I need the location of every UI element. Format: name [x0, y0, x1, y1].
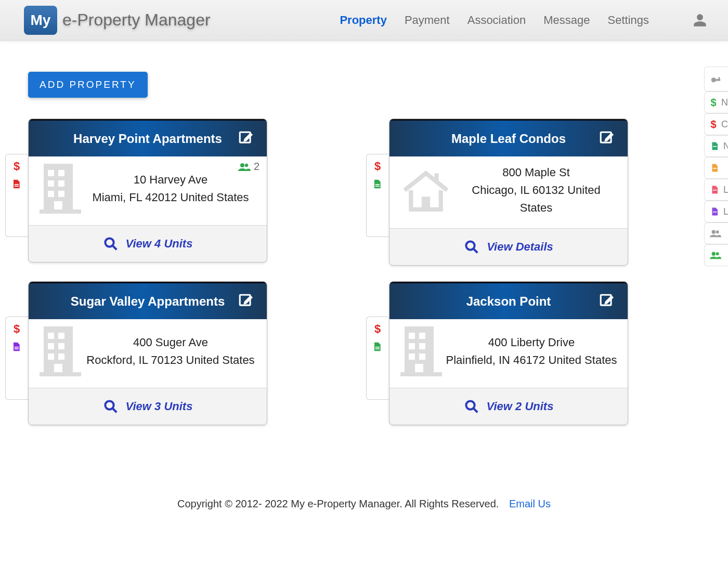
svg-rect-45 — [419, 353, 425, 360]
footer: Copyright © 2012- 2022 My e-Property Man… — [0, 488, 728, 531]
edit-icon[interactable] — [599, 293, 616, 310]
nav-payment[interactable]: Payment — [405, 14, 450, 27]
property-name: Harvey Point Apartments — [73, 132, 222, 146]
property-side-tab[interactable]: $ — [366, 317, 392, 400]
add-property-button[interactable]: ADD PROPERTY — [28, 72, 148, 98]
property-card-body: 400 Liberty Drive Plainfield, IN 46172 U… — [389, 319, 628, 388]
email-us-link[interactable]: Email Us — [509, 498, 551, 509]
svg-rect-42 — [409, 343, 415, 349]
svg-rect-37 — [375, 349, 380, 350]
svg-rect-11 — [40, 209, 81, 214]
property-card-wrap: $ Harvey Point Apartments 1 — [28, 119, 339, 266]
rail-label: L — [723, 206, 728, 217]
rail-key[interactable] — [704, 67, 728, 91]
svg-rect-36 — [375, 347, 380, 348]
copyright-text: Copyright © 2012- 2022 My e-Property Man… — [177, 498, 499, 509]
svg-point-34 — [105, 401, 113, 410]
rail-file-teal[interactable]: N — [704, 135, 728, 157]
dollar-icon: $ — [372, 322, 383, 336]
rail-expense[interactable]: $ C — [704, 113, 728, 135]
key-icon — [710, 73, 721, 85]
svg-line-15 — [112, 246, 116, 250]
building-icon — [39, 326, 82, 376]
property-side-tab[interactable]: $ — [5, 317, 31, 400]
nav-property[interactable]: Property — [340, 14, 386, 27]
svg-line-49 — [473, 409, 477, 413]
nav-association[interactable]: Association — [467, 14, 526, 27]
property-card-header: Jackson Point — [389, 282, 628, 319]
brand[interactable]: My e-Property Manager — [24, 6, 211, 35]
file-icon — [710, 163, 721, 173]
edit-icon[interactable] — [599, 130, 616, 148]
app-header: My e-Property Manager Property Payment A… — [0, 0, 728, 41]
svg-rect-55 — [713, 190, 717, 191]
property-view-link[interactable]: View 2 Units — [389, 388, 628, 425]
building-icon — [400, 326, 443, 376]
property-side-tab[interactable]: $ — [5, 154, 31, 237]
svg-point-58 — [716, 230, 719, 233]
svg-rect-0 — [15, 184, 19, 185]
dollar-icon: $ — [372, 160, 383, 173]
property-card-header: Harvey Point Apartments — [29, 119, 267, 156]
rail-group-green[interactable] — [704, 244, 728, 266]
view-label: View 3 Units — [126, 400, 193, 413]
svg-point-14 — [105, 238, 113, 246]
edit-icon[interactable] — [238, 293, 255, 310]
svg-rect-9 — [58, 191, 64, 197]
rail-file-rose[interactable]: L — [704, 179, 728, 201]
brand-logo: My — [24, 6, 57, 35]
rail-label: N — [721, 97, 728, 108]
main-content: ADD PROPERTY $ Harvey Point Apartments — [0, 41, 728, 488]
property-view-link[interactable]: View 4 Units — [29, 226, 267, 262]
property-name: Sugar Valley Appartments — [71, 294, 225, 309]
dollar-icon: $ — [710, 97, 717, 109]
search-icon — [103, 236, 119, 252]
edit-icon[interactable] — [238, 130, 255, 148]
group-icon — [710, 229, 721, 238]
property-grid: $ Harvey Point Apartments 1 — [28, 119, 700, 425]
svg-rect-23 — [15, 349, 19, 350]
property-view-link[interactable]: View Details — [389, 229, 628, 265]
svg-rect-29 — [58, 343, 64, 349]
property-card-header: Sugar Valley Appartments — [29, 282, 267, 319]
address-line1: 400 Liberty Drive — [446, 334, 617, 351]
svg-rect-52 — [719, 77, 720, 80]
building-icon — [39, 164, 82, 214]
search-icon — [103, 399, 119, 414]
property-side-tab[interactable]: $ — [366, 154, 392, 237]
address-line2: Miami, FL 42012 United States — [85, 189, 256, 206]
property-card: Maple Leaf Condos 800 Maple St Chicago, … — [389, 119, 628, 266]
rail-group-gray[interactable] — [704, 222, 728, 244]
user-icon[interactable] — [693, 13, 707, 28]
svg-rect-53 — [713, 146, 717, 147]
property-card: Harvey Point Apartments 10 Harvey Ave Mi… — [28, 119, 267, 263]
rail-file-purple[interactable]: L — [704, 201, 728, 222]
property-card-wrap: $ Maple Leaf Condos 800 Map — [389, 119, 700, 266]
rail-income[interactable]: $ N — [704, 91, 728, 113]
svg-line-35 — [112, 409, 116, 413]
svg-point-13 — [245, 163, 248, 166]
occupants-badge: 2 — [238, 161, 259, 173]
svg-point-12 — [240, 163, 244, 167]
svg-rect-56 — [713, 212, 717, 213]
address-line1: 10 Harvey Ave — [85, 171, 256, 189]
property-address: 800 Maple St Chicago, IL 60132 United St… — [455, 164, 617, 217]
svg-rect-41 — [419, 333, 425, 339]
rail-file-amber[interactable] — [704, 157, 728, 179]
property-card: Jackson Point 400 Liberty Drive Plainfie… — [389, 281, 628, 425]
svg-point-57 — [712, 230, 716, 234]
dollar-icon: $ — [710, 119, 717, 130]
nav-settings[interactable]: Settings — [608, 14, 649, 27]
nav-message[interactable]: Message — [543, 14, 590, 27]
group-icon — [238, 162, 251, 172]
svg-rect-6 — [48, 180, 54, 187]
svg-line-21 — [474, 249, 478, 253]
property-address: 10 Harvey Ave Miami, FL 42012 United Sta… — [85, 171, 256, 206]
svg-rect-17 — [375, 186, 380, 187]
property-card-wrap: $ Sugar Valley Appartments — [28, 281, 339, 425]
property-view-link[interactable]: View 3 Units — [29, 388, 267, 425]
property-address: 400 Liberty Drive Plainfield, IN 46172 U… — [446, 334, 617, 369]
svg-rect-54 — [713, 168, 717, 169]
svg-point-20 — [466, 242, 475, 250]
address-line1: 800 Maple St — [455, 164, 617, 181]
